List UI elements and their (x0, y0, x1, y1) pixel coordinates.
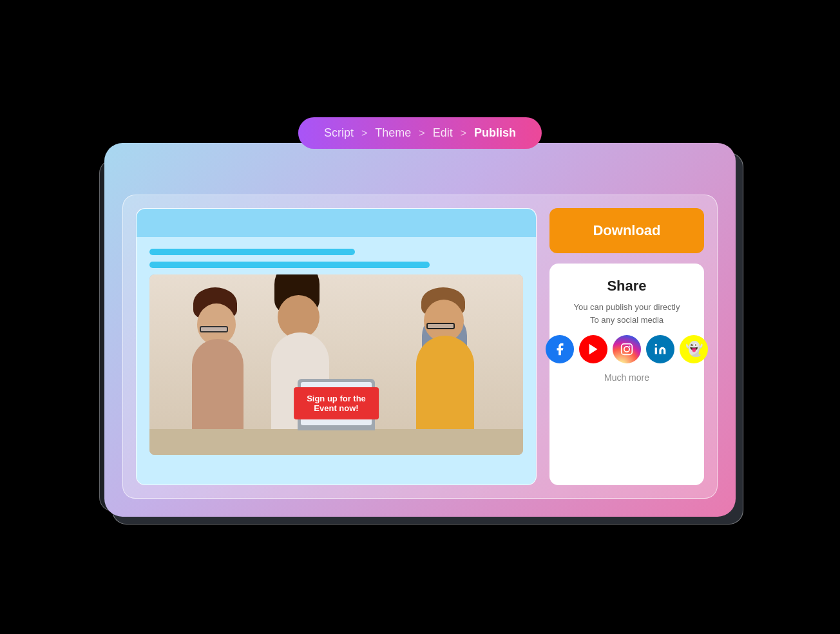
svg-point-3 (629, 346, 631, 347)
gradient-card: Sign up for the Event now! Download Shar… (104, 143, 736, 517)
inner-container: Sign up for the Event now! Download Shar… (122, 195, 718, 499)
much-more-label: Much more (604, 372, 649, 383)
youtube-icon[interactable] (579, 335, 607, 363)
facebook-icon[interactable] (546, 335, 574, 363)
preview-line-1 (149, 249, 355, 255)
breadcrumb-publish[interactable]: Publish (474, 126, 516, 140)
svg-point-4 (655, 344, 657, 346)
share-title: Share (607, 278, 646, 294)
breadcrumb-script[interactable]: Script (324, 126, 354, 140)
share-subtitle: You can publish your directly To any soc… (573, 301, 680, 326)
p1-glasses (200, 326, 228, 332)
breadcrumb: Script > Theme > Edit > Publish (298, 117, 542, 149)
svg-rect-1 (622, 344, 633, 355)
linkedin-icon[interactable] (646, 335, 674, 363)
cta-overlay-button[interactable]: Sign up for the Event now! (294, 387, 379, 419)
share-card: Share You can publish your directly To a… (549, 264, 704, 485)
social-icons-row: 👻 (546, 335, 708, 363)
right-panel: Download Share You can publish your dire… (549, 208, 704, 485)
download-button[interactable]: Download (549, 208, 704, 253)
app-container: Script > Theme > Edit > Publish (104, 117, 736, 517)
snapchat-icon[interactable]: 👻 (680, 335, 708, 363)
separator-3: > (461, 128, 466, 139)
svg-marker-0 (589, 344, 598, 355)
preview-content: Sign up for the Event now! (137, 237, 536, 485)
desk (149, 429, 523, 455)
photo-scene: Sign up for the Event now! (149, 274, 523, 455)
preview-line-2 (149, 262, 430, 268)
preview-panel: Sign up for the Event now! (136, 208, 537, 485)
svg-point-2 (624, 347, 629, 352)
breadcrumb-edit[interactable]: Edit (433, 126, 453, 140)
separator-1: > (361, 128, 367, 139)
preview-header (137, 209, 536, 237)
separator-2: > (419, 128, 425, 139)
preview-image: Sign up for the Event now! (149, 274, 523, 455)
p3-glasses (426, 323, 455, 329)
instagram-icon[interactable] (613, 335, 641, 363)
breadcrumb-theme[interactable]: Theme (375, 126, 411, 140)
